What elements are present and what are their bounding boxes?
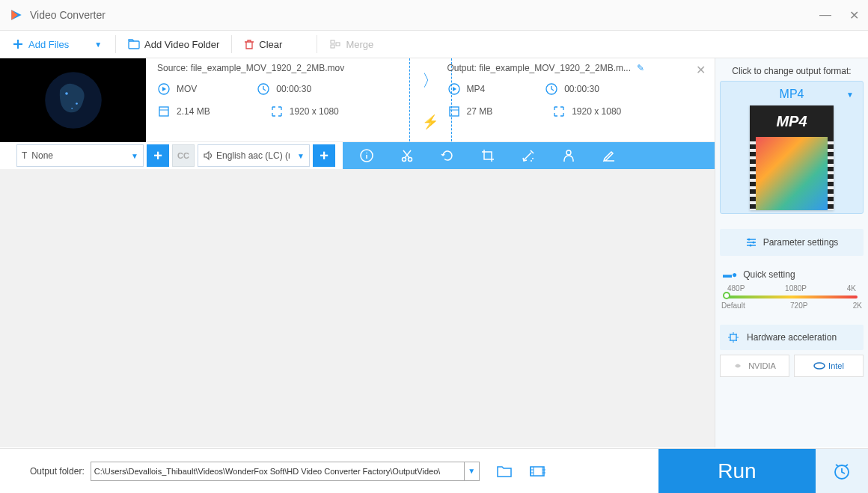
output-folder-input[interactable]: C:\Users\Devallois_Thibault\Videos\Wonde… — [91, 462, 480, 481]
clear-label: Clear — [259, 39, 282, 50]
right-panel: Click to change output format: MP4 ▼ MP4… — [715, 58, 868, 447]
output-format-card[interactable]: MP4 ▼ MP4 — [720, 81, 864, 214]
intel-label: Intel — [828, 361, 844, 370]
clear-button[interactable]: Clear — [232, 31, 294, 58]
slider-tick: 1080P — [785, 284, 807, 293]
svg-rect-0 — [129, 41, 139, 49]
minimize-button[interactable]: ― — [819, 8, 831, 22]
hw-label: Hardware acceleration — [747, 332, 837, 343]
slider-tick: Default — [721, 301, 745, 310]
svg-point-20 — [748, 239, 750, 241]
info-tool[interactable] — [358, 147, 376, 165]
titlebar: Video Converter ― ✕ — [0, 0, 868, 30]
add-files-label: Add Files — [28, 39, 69, 50]
source-format: MOV — [157, 82, 197, 96]
format-thumbnail: MP4 — [750, 105, 834, 210]
resolution-icon — [270, 105, 284, 118]
svg-rect-3 — [336, 43, 340, 46]
format-label: Click to change output format: — [720, 66, 864, 76]
svg-point-24 — [814, 363, 825, 369]
svg-point-17 — [532, 158, 534, 159]
svg-rect-13 — [450, 107, 459, 116]
output-filename: Output: file_example_MOV_1920_2_2MB.m...… — [447, 63, 708, 73]
toolbar: Add Files ▼ Add Video Folder Clear Merge — [0, 30, 868, 58]
output-size: 27 MB — [447, 105, 493, 118]
remove-file-button[interactable]: ✕ — [696, 63, 706, 77]
edit-tool[interactable] — [600, 147, 618, 165]
trash-icon — [244, 39, 254, 49]
merge-label: Merge — [346, 39, 373, 50]
format-thumb-label: MP4 — [750, 105, 834, 137]
nvidia-button[interactable]: NVIDIA — [720, 355, 789, 377]
add-files-dropdown[interactable]: ▼ — [94, 40, 102, 49]
clock-icon — [257, 82, 270, 96]
quick-setting-label: ▬● Quick setting — [723, 269, 864, 280]
clock-icon — [545, 82, 558, 96]
source-duration: 00:00:30 — [257, 82, 311, 96]
slider-tick: 4K — [847, 284, 856, 293]
format-name: MP4 — [780, 88, 804, 101]
effects-tool[interactable] — [519, 147, 537, 165]
intel-icon — [813, 361, 825, 370]
svg-point-18 — [531, 160, 532, 162]
svg-rect-25 — [531, 467, 544, 476]
output-duration: 00:00:30 — [545, 82, 599, 96]
action-strip: T None ▼ + CC English aac (LC) (mp ▼ + — [0, 142, 715, 169]
quick-icon: ▬● — [723, 269, 737, 280]
parameter-settings-button[interactable]: Parameter settings — [720, 229, 864, 256]
add-files-button[interactable]: Add Files — [0, 31, 81, 58]
empty-area — [0, 169, 715, 447]
svg-point-21 — [752, 242, 754, 244]
plus-icon — [12, 38, 24, 50]
rename-button[interactable]: ✎ — [637, 63, 644, 73]
svg-rect-2 — [331, 45, 334, 48]
subtitle-icon: T — [22, 150, 27, 161]
slider-tick: 2K — [853, 301, 862, 310]
chevron-down-icon: ▼ — [126, 152, 143, 160]
output-folder-label: Output folder: — [30, 466, 85, 477]
cc-button[interactable]: CC — [172, 144, 195, 167]
close-button[interactable]: ✕ — [849, 8, 859, 22]
param-label: Parameter settings — [763, 237, 839, 248]
run-button[interactable]: Run — [658, 449, 816, 494]
svg-point-22 — [749, 245, 751, 247]
chevron-down-icon: ▼ — [846, 91, 854, 99]
file-icon — [447, 105, 461, 118]
svg-point-19 — [566, 150, 571, 155]
audio-track-select[interactable]: English aac (LC) (mp ▼ — [198, 144, 310, 167]
source-filename: Source: file_example_MOV_1920_2_2MB.mov — [157, 63, 418, 73]
add-folder-button[interactable]: Add Video Folder — [116, 31, 231, 58]
schedule-button[interactable] — [816, 449, 868, 494]
add-audio-button[interactable]: + — [313, 144, 335, 167]
browse-folder-button[interactable] — [496, 465, 513, 478]
svg-rect-23 — [730, 334, 736, 340]
rotate-tool[interactable] — [438, 147, 456, 165]
video-thumbnail[interactable] — [0, 58, 146, 142]
cut-tool[interactable] — [398, 147, 416, 165]
chevron-down-icon[interactable]: ▼ — [464, 462, 479, 480]
hardware-accel-button[interactable]: Hardware acceleration — [720, 325, 864, 350]
intel-button[interactable]: Intel — [794, 355, 864, 377]
nvidia-icon — [733, 361, 745, 370]
video-icon — [447, 82, 461, 96]
earth-icon — [40, 67, 107, 134]
source-resolution: 1920 x 1080 — [270, 105, 339, 118]
output-format: MP4 — [447, 82, 486, 96]
chip-icon — [727, 331, 739, 343]
slider-handle[interactable] — [723, 292, 730, 299]
slider-tick: 480P — [727, 284, 745, 293]
speaker-icon — [203, 150, 213, 161]
file-row: Source: file_example_MOV_1920_2_2MB.mov … — [0, 58, 715, 142]
add-subtitle-button[interactable]: + — [147, 144, 169, 167]
subtitle-select[interactable]: T None ▼ — [16, 144, 144, 167]
quality-slider[interactable]: 480P 1080P 4K Default 720P 2K — [720, 284, 864, 316]
audio-value: English aac (LC) (mp — [216, 150, 290, 161]
crop-tool[interactable] — [479, 147, 497, 165]
open-folder-button[interactable] — [529, 465, 545, 478]
alarm-icon — [832, 462, 852, 481]
slider-tick: 720P — [790, 301, 807, 310]
merge-button[interactable]: Merge — [317, 31, 385, 58]
watermark-tool[interactable] — [560, 147, 578, 165]
sliders-icon — [745, 236, 757, 248]
svg-rect-10 — [159, 107, 168, 116]
